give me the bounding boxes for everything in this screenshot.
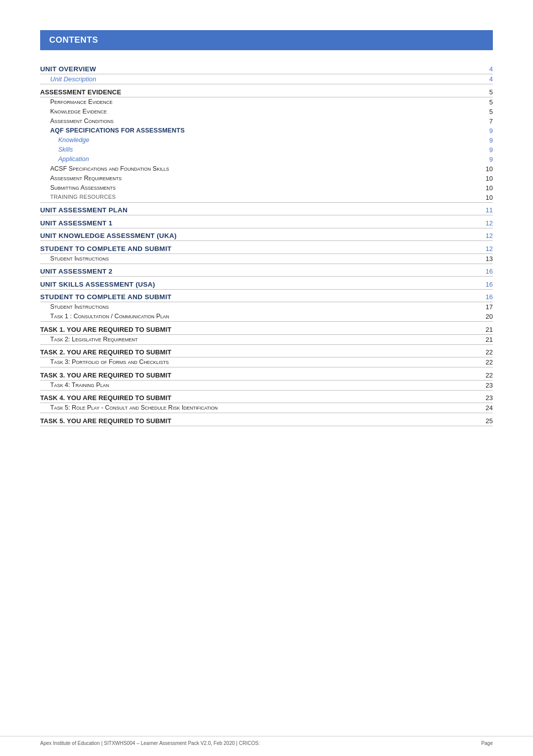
toc-child-page: 10 <box>473 193 493 203</box>
toc-row: STUDENT TO COMPLETE AND SUBMIT12 <box>40 244 493 254</box>
toc-child-page: 10 <box>473 183 493 193</box>
toc-child-row: Unit Description4 <box>40 74 493 84</box>
toc-child-label: TRAINING RESOURCES <box>40 193 473 203</box>
toc-label: UNIT KNOWLEDGE ASSESSMENT (UKA) <box>40 231 473 241</box>
toc-child-label: Performance Evidence <box>40 97 473 107</box>
toc-child-label: Assessment Requirements <box>40 174 473 183</box>
toc-row: UNIT KNOWLEDGE ASSESSMENT (UKA)12 <box>40 231 493 241</box>
toc-child-label: Task 3: Portfolio of Forms and Checklist… <box>40 357 473 367</box>
toc-child-label: Submitting Assessments <box>40 183 473 193</box>
toc-page: 5 <box>473 87 493 97</box>
toc-child-row: ACSF Specifications and Foundation Skill… <box>40 164 493 174</box>
toc-child-label: Task 4: Training Plan <box>40 380 473 390</box>
toc-child-page: 22 <box>473 357 493 367</box>
toc-child-row: Knowledge9 <box>40 136 493 145</box>
toc-row: UNIT OVERVIEW4 <box>40 64 493 74</box>
toc-row: TASK 4. YOU ARE REQUIRED TO SUBMIT23 <box>40 393 493 403</box>
toc-child-row: Knowledge Evidence5 <box>40 107 493 116</box>
toc-child-row: Task 3: Portfolio of Forms and Checklist… <box>40 357 493 367</box>
toc-row: UNIT ASSESSMENT 216 <box>40 267 493 277</box>
toc-child-row: Task 5: Role Play - Consult and Schedule… <box>40 403 493 413</box>
toc-table: UNIT OVERVIEW4Unit Description4ASSESSMEN… <box>40 64 493 426</box>
toc-label: TASK 2. YOU ARE REQUIRED TO SUBMIT <box>40 347 473 357</box>
toc-child-row: TRAINING RESOURCES10 <box>40 193 493 203</box>
toc-page: 16 <box>473 280 493 290</box>
toc-child-page: 9 <box>473 145 493 155</box>
toc-child-row: Student Instructions17 <box>40 302 493 312</box>
toc-child-page: 23 <box>473 380 493 390</box>
toc-label: UNIT ASSESSMENT PLAN <box>40 205 473 215</box>
toc-row: UNIT ASSESSMENT PLAN11 <box>40 205 493 215</box>
toc-child-label: Task 1 : Consultation / Communication Pl… <box>40 312 473 322</box>
toc-child-page: 13 <box>473 254 493 264</box>
toc-child-row: Assessment Requirements10 <box>40 174 493 183</box>
toc-child-label: Task 5: Role Play - Consult and Schedule… <box>40 403 473 413</box>
page-footer: Apex Institute of Education | SITXWHS004… <box>0 736 533 746</box>
toc-child-page: 24 <box>473 403 493 413</box>
toc-page: 23 <box>473 393 493 403</box>
toc-child-label: Application <box>40 155 473 164</box>
toc-row: TASK 5. YOU ARE REQUIRED TO SUBMIT25 <box>40 416 493 426</box>
contents-header: CONTENTS <box>40 30 493 50</box>
toc-row: UNIT ASSESSMENT 112 <box>40 218 493 228</box>
toc-label: UNIT SKILLS ASSESSMENT (USA) <box>40 280 473 290</box>
toc-label: TASK 5. YOU ARE REQUIRED TO SUBMIT <box>40 416 473 426</box>
toc-child-page: 21 <box>473 334 493 344</box>
toc-row: STUDENT TO COMPLETE AND SUBMIT16 <box>40 292 493 302</box>
toc-child-row: Task 4: Training Plan23 <box>40 380 493 390</box>
toc-page: 25 <box>473 416 493 426</box>
contents-title: CONTENTS <box>49 35 484 45</box>
toc-child-label: AQF Specifications For Assessments <box>40 126 473 136</box>
toc-child-row: Assessment Conditions7 <box>40 116 493 126</box>
toc-page: 16 <box>473 267 493 277</box>
toc-child-page: 17 <box>473 302 493 312</box>
toc-child-row: Skills9 <box>40 145 493 155</box>
toc-child-page: 10 <box>473 174 493 183</box>
toc-label: TASK 1. YOU ARE REQUIRED TO SUBMIT <box>40 325 473 335</box>
toc-child-row: Student Instructions13 <box>40 254 493 264</box>
toc-child-label: Assessment Conditions <box>40 116 473 126</box>
toc-child-page: 9 <box>473 136 493 145</box>
toc-row: TASK 1. YOU ARE REQUIRED TO SUBMIT21 <box>40 325 493 335</box>
toc-child-row: Application9 <box>40 155 493 164</box>
toc-child-page: 10 <box>473 164 493 174</box>
toc-child-row: Performance Evidence5 <box>40 97 493 107</box>
toc-child-page: 5 <box>473 107 493 116</box>
toc-label: UNIT ASSESSMENT 1 <box>40 218 473 228</box>
toc-page: 12 <box>473 218 493 228</box>
toc-page: 4 <box>473 64 493 74</box>
toc-child-page: 9 <box>473 155 493 164</box>
toc-page: 22 <box>473 347 493 357</box>
toc-child-label: Knowledge Evidence <box>40 107 473 116</box>
toc-label: STUDENT TO COMPLETE AND SUBMIT <box>40 244 473 254</box>
toc-row: UNIT SKILLS ASSESSMENT (USA)16 <box>40 280 493 290</box>
toc-child-page: 5 <box>473 97 493 107</box>
toc-page: 21 <box>473 325 493 335</box>
toc-child-page: 9 <box>473 126 493 136</box>
toc-child-label: Unit Description <box>40 74 473 84</box>
toc-child-page: 7 <box>473 116 493 126</box>
footer-right: Page <box>481 740 493 746</box>
toc-child-label: Task 2: Legislative Requirement <box>40 334 473 344</box>
toc-row: ASSESSMENT EVIDENCE5 <box>40 87 493 97</box>
toc-page: 12 <box>473 231 493 241</box>
toc-row: TASK 3. YOU ARE REQUIRED TO SUBMIT22 <box>40 370 493 381</box>
toc-child-row: Task 2: Legislative Requirement21 <box>40 334 493 344</box>
toc-page: 12 <box>473 244 493 254</box>
toc-child-row: AQF Specifications For Assessments9 <box>40 126 493 136</box>
toc-child-label: Skills <box>40 145 473 155</box>
toc-row: TASK 2. YOU ARE REQUIRED TO SUBMIT22 <box>40 347 493 357</box>
toc-label: TASK 3. YOU ARE REQUIRED TO SUBMIT <box>40 370 473 381</box>
toc-child-label: ACSF Specifications and Foundation Skill… <box>40 164 473 174</box>
toc-label: STUDENT TO COMPLETE AND SUBMIT <box>40 292 473 302</box>
toc-label: TASK 4. YOU ARE REQUIRED TO SUBMIT <box>40 393 473 403</box>
footer-left: Apex Institute of Education | SITXWHS004… <box>40 740 260 746</box>
toc-page: 11 <box>473 205 493 215</box>
toc-child-page: 20 <box>473 312 493 322</box>
toc-child-row: Submitting Assessments10 <box>40 183 493 193</box>
page-content: CONTENTS UNIT OVERVIEW4Unit Description4… <box>0 0 533 466</box>
toc-child-page: 4 <box>473 74 493 84</box>
toc-page: 16 <box>473 292 493 302</box>
toc-page: 22 <box>473 370 493 381</box>
toc-label: UNIT ASSESSMENT 2 <box>40 267 473 277</box>
